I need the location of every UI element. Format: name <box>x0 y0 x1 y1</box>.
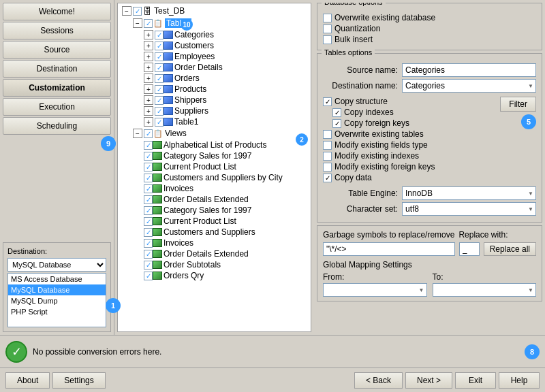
expand-t1[interactable]: + <box>144 117 153 127</box>
cb-ord[interactable] <box>155 74 164 83</box>
tree-v4[interactable]: Customers and Suppliers by City <box>119 172 309 183</box>
sidebar-sessions[interactable]: Sessions <box>3 22 111 39</box>
settings-button[interactable]: Settings <box>52 372 105 389</box>
dest-item-mysql[interactable]: MySQL Database <box>8 284 106 295</box>
tree-panel[interactable]: − 🗄 Test_DB − 📋 Tables 10 <box>117 3 311 332</box>
dest-item-phpscript[interactable]: PHP Script <box>8 306 106 317</box>
cb-v2[interactable] <box>144 152 153 161</box>
cb-v12[interactable] <box>144 261 153 270</box>
expand-cat[interactable]: + <box>144 30 153 39</box>
tree-customers[interactable]: + Customers <box>119 40 309 51</box>
tree-v5[interactable]: Invoices <box>119 183 309 194</box>
tree-employees[interactable]: + Employees <box>119 51 309 62</box>
tree-v6[interactable]: Order Details Extended <box>119 194 309 205</box>
cb-overwrite-db[interactable] <box>323 14 332 22</box>
sidebar-customization[interactable]: Customization <box>3 79 111 97</box>
about-button[interactable]: About <box>5 372 50 389</box>
cb-v7[interactable] <box>144 206 153 215</box>
sidebar-scheduling[interactable]: Scheduling <box>3 117 111 135</box>
table-engine-select[interactable]: InnoDB <box>402 186 536 200</box>
tree-v2[interactable]: Category Sales for 1997 <box>119 150 309 161</box>
destination-select[interactable]: MySQL Database <box>7 258 106 272</box>
tree-shippers[interactable]: + Shippers <box>119 95 309 105</box>
source-name-input[interactable] <box>402 63 536 77</box>
cb-supp[interactable] <box>155 107 164 116</box>
cb-v3[interactable] <box>144 163 153 172</box>
cb-ship[interactable] <box>155 96 164 105</box>
destination-list[interactable]: MS Access Database MySQL Database MySQL … <box>7 273 106 327</box>
expand-ord[interactable]: + <box>144 74 153 83</box>
cb-modify-fk[interactable] <box>323 163 332 172</box>
help-button[interactable]: Help <box>499 372 540 389</box>
cb-root[interactable] <box>133 7 142 16</box>
tree-categories[interactable]: + Categories <box>119 29 309 40</box>
tree-tables-folder[interactable]: − 📋 Tables 10 <box>119 17 309 29</box>
replace-all-button[interactable]: Replace all <box>484 242 536 256</box>
cb-modify-indexes[interactable] <box>323 152 332 161</box>
cb-quantization[interactable] <box>323 24 332 33</box>
cb-v9[interactable] <box>144 228 153 237</box>
charset-select[interactable]: utf8 <box>402 202 536 216</box>
cb-cust[interactable] <box>155 42 164 50</box>
tree-suppliers[interactable]: + Suppliers <box>119 105 309 116</box>
tree-products[interactable]: + Products <box>119 84 309 95</box>
tree-v13[interactable]: Orders Qry <box>119 270 309 281</box>
garbage-input[interactable] <box>323 242 455 256</box>
expand-supp[interactable]: + <box>144 106 153 116</box>
cb-views[interactable] <box>144 129 153 138</box>
cb-v8[interactable] <box>144 217 153 226</box>
expand-emp[interactable]: + <box>144 52 153 61</box>
tree-root[interactable]: − 🗄 Test_DB <box>119 5 309 17</box>
cb-modify-fields[interactable] <box>323 141 332 150</box>
cb-tables[interactable] <box>144 19 153 28</box>
tree-views-folder[interactable]: − 📋 Views 2 <box>119 127 309 140</box>
tree-v9[interactable]: Customers and Suppliers <box>119 227 309 238</box>
tree-v8[interactable]: Current Product List <box>119 216 309 227</box>
tree-table1[interactable]: + Table1 <box>119 116 309 127</box>
expand-od[interactable]: + <box>144 63 153 72</box>
cb-t1[interactable] <box>155 118 164 127</box>
filter-button[interactable]: Filter <box>500 97 536 112</box>
from-select[interactable] <box>323 283 427 297</box>
cb-od[interactable] <box>155 63 164 72</box>
tree-orderdetails[interactable]: + Order Details <box>119 62 309 73</box>
tree-v10[interactable]: Invoices <box>119 238 309 248</box>
cb-prod[interactable] <box>155 85 164 94</box>
exit-button[interactable]: Exit <box>455 372 496 389</box>
back-button[interactable]: < Back <box>354 372 403 389</box>
cb-v13[interactable] <box>144 272 153 280</box>
expand-ship[interactable]: + <box>144 95 153 105</box>
cb-cat[interactable] <box>155 31 164 39</box>
cb-v5[interactable] <box>144 184 153 193</box>
cb-bulk-insert[interactable] <box>323 35 332 44</box>
cb-overwrite-tables[interactable] <box>323 130 332 139</box>
tree-v12[interactable]: Order Subtotals <box>119 259 309 270</box>
tree-orders[interactable]: + Orders <box>119 73 309 84</box>
tree-v3[interactable]: Current Product List <box>119 161 309 172</box>
dest-item-mysqldump[interactable]: MySQL Dump <box>8 295 106 306</box>
expand-prod[interactable]: + <box>144 84 153 94</box>
dest-name-select[interactable]: Categories <box>402 79 536 93</box>
expand-cust[interactable]: + <box>144 41 153 50</box>
tree-v7[interactable]: Category Sales for 1997 <box>119 205 309 216</box>
dest-item-msaccess[interactable]: MS Access Database <box>8 274 106 284</box>
cb-v1[interactable] <box>144 141 153 150</box>
to-select[interactable] <box>433 283 537 297</box>
expand-views[interactable]: − <box>133 129 142 138</box>
cb-copy-data[interactable] <box>323 174 332 182</box>
expand-root[interactable]: − <box>122 6 131 16</box>
cb-emp[interactable] <box>155 52 164 61</box>
cb-v6[interactable] <box>144 195 153 204</box>
tree-v11[interactable]: Order Details Extended <box>119 248 309 259</box>
cb-copy-fk[interactable] <box>332 119 341 128</box>
expand-tables[interactable]: − <box>133 18 142 28</box>
sidebar-execution[interactable]: Execution <box>3 98 111 116</box>
cb-v11[interactable] <box>144 250 153 259</box>
sidebar-welcome[interactable]: Welcome! <box>3 3 111 20</box>
replace-input[interactable] <box>459 242 480 256</box>
sidebar-source[interactable]: Source <box>3 41 111 59</box>
next-button[interactable]: Next > <box>405 372 452 389</box>
cb-v4[interactable] <box>144 174 153 182</box>
cb-copy-indexes[interactable] <box>332 108 341 117</box>
cb-copy-structure[interactable] <box>323 97 332 106</box>
